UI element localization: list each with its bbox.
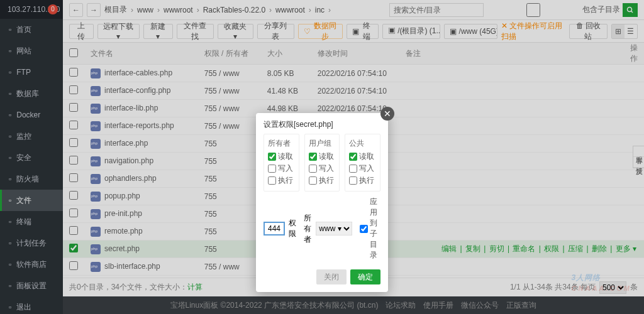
apply-sub-label[interactable]: 应用到子目录 <box>360 197 380 261</box>
perm-item[interactable]: 执行 <box>349 175 376 186</box>
apply-sub-checkbox[interactable] <box>360 225 368 233</box>
modal-title: 设置权限[secret.php] <box>256 113 388 134</box>
perm-checkbox[interactable] <box>268 153 276 161</box>
perm-item[interactable]: 读取 <box>268 151 295 162</box>
perm-checkbox[interactable] <box>268 176 276 185</box>
perm-checkbox[interactable] <box>349 153 357 161</box>
close-icon[interactable]: ✕ <box>380 107 394 121</box>
perm-checkbox[interactable] <box>349 165 357 173</box>
perm-item[interactable]: 写入 <box>309 163 336 174</box>
modal-overlay[interactable]: ✕ 设置权限[secret.php] 所有者读取写入执行用户组读取写入执行公共读… <box>0 0 644 314</box>
perm-col-title: 用户组 <box>309 138 336 149</box>
perm-checkbox[interactable] <box>309 165 317 173</box>
perm-item[interactable]: 执行 <box>268 175 295 186</box>
perm-item[interactable]: 读取 <box>309 151 336 162</box>
perm-col-title: 所有者 <box>268 138 295 149</box>
perm-checkbox[interactable] <box>268 165 276 173</box>
perm-item[interactable]: 读取 <box>349 151 376 162</box>
chmod-input[interactable] <box>264 222 285 236</box>
perm-checkbox[interactable] <box>349 176 357 185</box>
perm-col: 公共读取写入执行 <box>345 134 380 192</box>
perm-item[interactable]: 写入 <box>268 163 295 174</box>
perm-col-title: 公共 <box>349 138 376 149</box>
owner-select[interactable]: www ▾ <box>316 222 352 236</box>
confirm-button[interactable]: 确定 <box>350 269 380 284</box>
perm-item[interactable]: 执行 <box>309 175 336 186</box>
perm-col: 所有者读取写入执行 <box>264 134 299 192</box>
perm-label: 权限 <box>289 218 296 239</box>
perm-checkbox[interactable] <box>309 153 317 161</box>
perm-item[interactable]: 写入 <box>349 163 376 174</box>
cancel-button[interactable]: 关闭 <box>316 269 347 284</box>
owner-label: 所有者 <box>304 213 312 245</box>
perm-checkbox[interactable] <box>309 176 317 185</box>
perm-col: 用户组读取写入执行 <box>304 134 340 192</box>
permission-modal: ✕ 设置权限[secret.php] 所有者读取写入执行用户组读取写入执行公共读… <box>256 113 388 292</box>
